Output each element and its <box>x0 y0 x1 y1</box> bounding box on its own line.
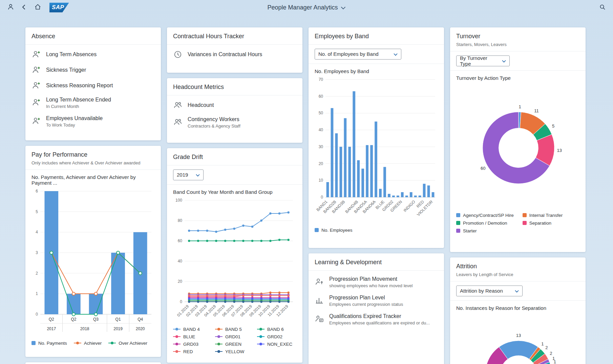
legend-item[interactable]: Over Achiever <box>108 341 147 346</box>
legend-item[interactable]: YELLOW <box>215 349 254 354</box>
legend-item[interactable]: BLUE <box>173 334 212 339</box>
legend-label: Agency/Contract/SP Hire <box>463 213 514 218</box>
year-filter-dropdown[interactable]: 2019 <box>173 169 204 180</box>
list-item-contingency-workers[interactable]: Contingency Workers Contractors & Agency… <box>167 113 302 132</box>
svg-text:1: 1 <box>519 104 521 109</box>
legend-item[interactable]: BAND 4 <box>173 327 212 332</box>
card-title: Absence <box>31 33 155 40</box>
legend-marker <box>523 213 527 217</box>
group-icon <box>173 100 183 110</box>
column-2: Contractual Hours Tracker Variances in C… <box>167 27 302 364</box>
employees-by-band-filter-dropdown[interactable]: No. of Employees by Band <box>315 49 401 60</box>
legend-marker <box>257 329 265 330</box>
svg-text:2017: 2017 <box>47 326 56 331</box>
legend-item[interactable]: No. Payments <box>31 341 67 346</box>
list-item-sublabel: To Work Today <box>46 122 103 128</box>
legend-item[interactable]: No. Employees <box>315 228 353 233</box>
turnover-type-dropdown[interactable]: By Turnover Type <box>456 55 510 66</box>
legend-item[interactable]: GRD03 <box>173 342 212 347</box>
legend-item[interactable]: Agency/Contract/SP Hire <box>456 213 514 218</box>
list-item-label: Sickness Trigger <box>46 67 86 73</box>
back-button[interactable] <box>18 2 30 13</box>
svg-text:Q1: Q1 <box>115 317 121 322</box>
svg-text:5: 5 <box>36 209 38 214</box>
user-profile-button[interactable] <box>5 2 16 13</box>
svg-text:6: 6 <box>36 189 38 194</box>
legend-label: Starter <box>463 228 477 233</box>
legend-item[interactable]: GRD02 <box>257 334 296 339</box>
legend-marker <box>257 336 265 337</box>
person-icon <box>7 3 14 12</box>
card-title: Employees by Band <box>315 33 438 40</box>
list-item-employees-unavailable[interactable]: Employees Unavailable To Work Today <box>25 112 161 131</box>
chevron-down-icon <box>502 58 506 64</box>
employees-by-band-chart[interactable]: 010203040506070BAND1BAND2BBAND3BBAND4BBA… <box>309 75 444 226</box>
legend-item[interactable]: Starter <box>456 228 514 233</box>
legend-item[interactable]: NON_EXEC <box>257 342 296 347</box>
svg-text:2019: 2019 <box>113 326 123 331</box>
card-subtitle: Only includes where Achiever & Over Achi… <box>31 160 155 165</box>
svg-text:20: 20 <box>178 279 183 284</box>
list-item-qualifications-expired-tracker[interactable]: Qualifications Expired Tracker Employees… <box>309 310 444 328</box>
list-item-sublabel: Contractors & Agency Staff <box>188 123 240 129</box>
group-icon <box>173 117 183 127</box>
filter-value: By Turnover Type <box>460 55 499 67</box>
legend-marker <box>215 329 223 330</box>
svg-text:100: 100 <box>175 198 182 203</box>
chart-title: No. Instances by Reason for Separation <box>450 301 586 312</box>
legend-marker <box>173 351 181 352</box>
attrition-reason-dropdown[interactable]: Attrition by Reason <box>456 286 523 296</box>
attrition-donut-chart[interactable]: 131221145 <box>450 312 586 364</box>
svg-text:80: 80 <box>178 218 183 223</box>
legend-marker <box>173 336 181 337</box>
legend-label: NON_EXEC <box>267 342 292 347</box>
legend-marker <box>456 221 460 225</box>
list-item-long-term-absences[interactable]: Long Term Absences <box>25 47 161 62</box>
sap-logo: SAP <box>49 3 69 13</box>
svg-text:2018: 2018 <box>80 326 89 331</box>
turnover-donut-chart[interactable]: 11151360 <box>450 82 586 209</box>
legend-label: BAND 4 <box>183 327 200 332</box>
list-item-headcount[interactable]: Headcount <box>167 97 302 113</box>
legend-item[interactable]: BAND 5 <box>215 327 254 332</box>
legend-marker <box>523 221 527 225</box>
list-item-sickness-trigger[interactable]: Sickness Trigger <box>25 62 161 78</box>
legend-label: GRD02 <box>267 334 282 339</box>
legend-item[interactable]: BAND 6 <box>257 327 296 332</box>
legend-item[interactable]: RED <box>173 349 212 354</box>
pay-for-performance-chart[interactable]: 0123456Q2Q2Q3Q1Q42017201820192020 <box>25 186 161 339</box>
svg-text:60: 60 <box>178 238 183 243</box>
svg-text:13: 13 <box>557 148 562 153</box>
card-turnover: Turnover Starters, Movers, Leavers By Tu… <box>450 27 586 252</box>
legend-label: Internal Transfer <box>529 213 563 218</box>
legend-label: RED <box>183 349 193 354</box>
list-item-sickness-reasoning-report[interactable]: Sickness Reasoning Report <box>25 78 161 93</box>
svg-text:11: 11 <box>534 108 539 113</box>
legend-item[interactable]: GREEN <box>215 342 254 347</box>
legend-label: Separation <box>529 221 551 226</box>
legend-item[interactable]: Separation <box>523 221 563 226</box>
legend-item[interactable]: Achiever <box>74 341 102 346</box>
app-title-menu[interactable]: People Manager Analytics <box>267 4 345 11</box>
legend-item[interactable]: GRD01 <box>215 334 254 339</box>
legend-item[interactable]: Promotion / Demotion <box>456 221 514 226</box>
list-item-progression-plan-level[interactable]: Progression Plan Level Employees current… <box>309 291 444 310</box>
pay-for-performance-legend: No. PaymentsAchieverOver Achiever <box>25 339 161 348</box>
legend-label: GRD03 <box>183 342 198 347</box>
card-attrition: Attrition Leavers by Length of Service A… <box>450 257 586 364</box>
chart-title: No. Employees by Band <box>309 64 444 75</box>
search-button[interactable] <box>597 2 608 13</box>
list-item-label: Qualifications Expired Tracker <box>329 313 430 320</box>
list-item-progression-plan-movement[interactable]: Progression Plan Movement showing employ… <box>309 273 444 291</box>
legend-item[interactable]: Internal Transfer <box>523 213 563 218</box>
list-item-long-term-absence-ended[interactable]: Long Term Absence Ended In Current Month <box>25 93 161 112</box>
svg-text:5: 5 <box>552 123 554 128</box>
legend-label: No. Payments <box>38 341 67 346</box>
home-button[interactable] <box>32 2 43 13</box>
card-partial <box>25 362 161 364</box>
grade-drift-chart[interactable]: 02040608010001.201902.201903.201904.2019… <box>167 196 302 324</box>
legend-marker <box>108 343 116 344</box>
shell-header-right <box>597 2 608 13</box>
list-item-variances-contractual-hours[interactable]: Variances in Contractual Hours <box>167 47 302 62</box>
legend-marker <box>173 329 181 330</box>
